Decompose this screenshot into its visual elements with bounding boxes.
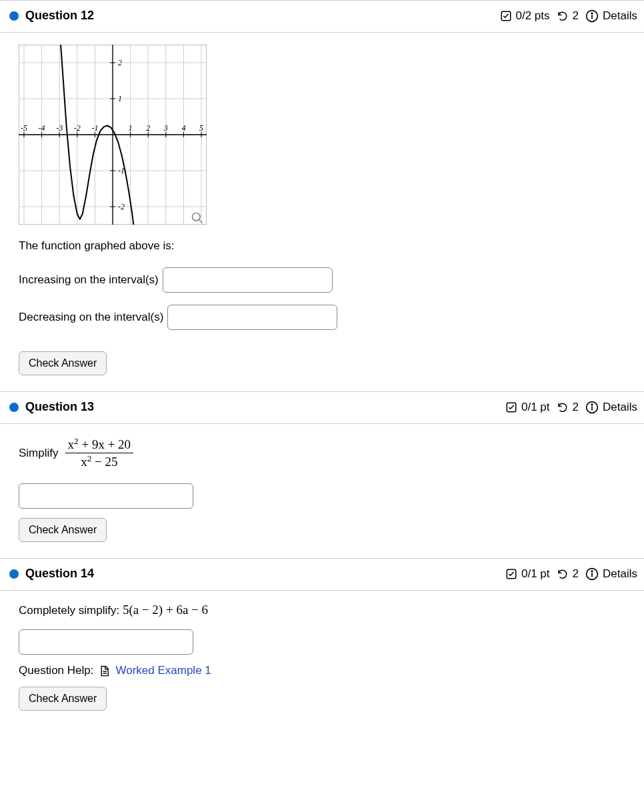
details-link[interactable]: Details [603, 567, 637, 581]
details-link[interactable]: Details [603, 9, 637, 23]
prompt-prefix: Completely simplify: [19, 604, 123, 617]
svg-text:-3: -3 [56, 123, 63, 133]
status-dot-icon [9, 569, 19, 579]
retry-icon [557, 401, 569, 413]
svg-text:-2: -2 [74, 123, 81, 133]
retry-count: 2 [573, 567, 579, 581]
simplify-label: Simplify [19, 447, 59, 460]
status-dot-icon [9, 11, 19, 21]
question-header: Question 13 0/1 pt 2 Details [0, 392, 644, 424]
score-text: 0/2 pts [516, 9, 550, 23]
svg-point-51 [193, 213, 201, 221]
svg-point-56 [591, 404, 593, 405]
decreasing-input[interactable] [167, 305, 337, 330]
question-12: Question 12 0/2 pts 2 Details -5-4-3-2-1… [0, 0, 644, 391]
svg-text:-2: -2 [118, 202, 125, 211]
check-answer-button[interactable]: Check Answer [19, 351, 107, 375]
info-icon[interactable] [585, 567, 599, 581]
document-icon [99, 665, 110, 677]
question-header: Question 14 0/1 pt 2 Details [0, 559, 644, 591]
help-label: Question Help: [19, 664, 93, 677]
question-14: Question 14 0/1 pt 2 Details Completely … [0, 558, 644, 727]
increasing-label: Increasing on the interval(s) [19, 273, 159, 287]
magnify-icon[interactable] [191, 211, 204, 225]
svg-text:1: 1 [118, 94, 122, 103]
score-text: 0/1 pt [521, 567, 550, 581]
details-link[interactable]: Details [603, 401, 637, 414]
retry-icon [557, 10, 569, 22]
retry-count: 2 [573, 401, 579, 414]
status-dot-icon [9, 403, 19, 412]
svg-text:2: 2 [146, 123, 150, 133]
svg-text:-1: -1 [118, 166, 125, 175]
simplify-input[interactable] [19, 629, 193, 655]
svg-text:-4: -4 [39, 123, 45, 133]
retry-icon [557, 568, 569, 580]
simplify-input[interactable] [19, 483, 193, 509]
denominator: x2 − 25 [78, 453, 120, 470]
svg-text:1: 1 [129, 123, 133, 133]
svg-text:4: 4 [181, 123, 185, 133]
numerator: x2 + 9x + 20 [65, 436, 134, 453]
svg-line-52 [199, 220, 203, 223]
prompt-text: The function graphed above is: [19, 239, 625, 253]
score-text: 0/1 pt [521, 401, 550, 414]
question-title: Question 14 [25, 567, 94, 581]
expression: 5(a − 2) + 6a − 6 [123, 603, 208, 617]
question-13: Question 13 0/1 pt 2 Details Simplify x2… [0, 391, 644, 558]
simplify-prompt: Completely simplify: 5(a − 2) + 6a − 6 [19, 603, 625, 617]
checkbox-icon [500, 10, 512, 22]
retry-count: 2 [573, 9, 579, 23]
svg-text:-5: -5 [21, 123, 27, 133]
check-answer-button[interactable]: Check Answer [19, 687, 107, 711]
checkbox-icon [505, 568, 517, 580]
simplify-expression: Simplify x2 + 9x + 20 x2 − 25 [19, 436, 625, 470]
question-title: Question 12 [25, 9, 94, 23]
svg-point-3 [591, 13, 593, 14]
graph-svg: -5-4-3-2-112345-2-112 [19, 45, 207, 225]
increasing-input[interactable] [163, 267, 333, 293]
svg-text:5: 5 [199, 123, 203, 133]
question-title: Question 13 [25, 400, 94, 414]
info-icon[interactable] [585, 401, 599, 414]
checkbox-icon [505, 401, 517, 413]
svg-point-60 [591, 571, 593, 572]
question-header: Question 12 0/2 pts 2 Details [0, 1, 644, 33]
svg-text:2: 2 [118, 58, 122, 67]
svg-text:3: 3 [163, 123, 168, 133]
info-icon[interactable] [585, 9, 599, 23]
worked-example-link[interactable]: Worked Example 1 [115, 664, 211, 677]
decreasing-label: Decreasing on the interval(s) [19, 311, 163, 324]
graph: -5-4-3-2-112345-2-112 [19, 45, 207, 227]
svg-text:-1: -1 [91, 123, 98, 133]
check-answer-button[interactable]: Check Answer [19, 518, 107, 542]
